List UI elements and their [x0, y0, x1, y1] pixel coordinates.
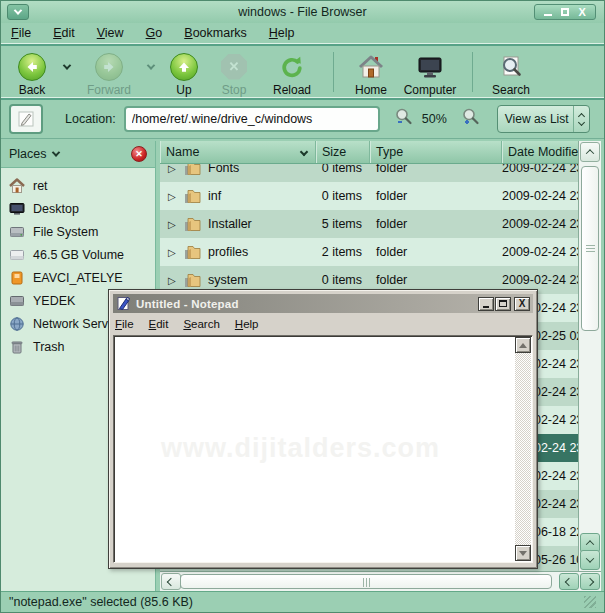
notepad-client-area: www.dijitalders.com	[113, 335, 533, 563]
trash-icon	[9, 339, 25, 355]
stop-button[interactable]: ✕ Stop	[207, 50, 261, 97]
chevron-down-icon	[63, 61, 71, 69]
close-sidebar-button[interactable]: ✕	[131, 146, 147, 162]
menu-help[interactable]: Help	[269, 26, 295, 40]
window-controls: X	[534, 4, 596, 20]
forward-icon	[95, 53, 123, 81]
toolbar: Back Forward Up ✕ Stop	[1, 47, 604, 97]
back-history-dropdown[interactable]	[57, 50, 77, 70]
reload-button[interactable]: Reload	[261, 50, 323, 97]
sidebar-item-volume[interactable]: 46.5 GB Volume	[1, 243, 155, 266]
search-button[interactable]: Search	[483, 50, 539, 97]
thumb-grip	[363, 578, 371, 587]
notepad-text-area[interactable]: www.dijitalders.com	[115, 337, 515, 561]
notepad-maximize-button[interactable]	[495, 297, 511, 311]
menu-go[interactable]: Go	[146, 26, 163, 40]
notepad-scroll-up-button[interactable]	[515, 337, 531, 353]
computer-button[interactable]: Computer	[398, 50, 462, 97]
column-name[interactable]: Name	[160, 141, 316, 163]
close-button[interactable]: X	[578, 7, 585, 18]
notepad-menu-help[interactable]: Help	[235, 318, 259, 330]
expander-icon[interactable]: ▷	[168, 164, 178, 174]
notepad-icon	[116, 296, 131, 311]
minimize-button[interactable]	[544, 14, 552, 16]
home-button[interactable]: Home	[344, 50, 398, 97]
expander-icon[interactable]: ▷	[168, 247, 178, 258]
sidebar-item-ret[interactable]: ret	[1, 174, 155, 197]
notepad-minimize-button[interactable]	[478, 297, 494, 311]
expander-icon[interactable]: ▷	[168, 191, 178, 202]
column-type[interactable]: Type	[370, 141, 502, 163]
menubar: File Edit View Go Bookmarks Help	[1, 23, 604, 43]
view-mode-select[interactable]: View as List	[497, 105, 590, 133]
horizontal-scroll-thumb[interactable]	[180, 574, 552, 589]
vertical-scroll-thumb[interactable]	[581, 166, 599, 331]
watermark: www.dijitalders.com	[161, 433, 440, 464]
sidebar-item-file-system[interactable]: File System	[1, 220, 155, 243]
titlebar: windows - File Browser X	[1, 1, 604, 23]
up-button[interactable]: Up	[161, 50, 207, 97]
back-icon	[18, 53, 46, 81]
list-column-headers: Name Size Type Date Modified	[160, 141, 578, 164]
expander-icon[interactable]: ▷	[168, 219, 178, 230]
edit-location-toggle[interactable]	[9, 104, 43, 134]
table-row[interactable]: ▷ Installer 5 items folder 2009-02-24 23…	[160, 210, 578, 238]
computer-icon	[416, 51, 444, 82]
scroll-right-button[interactable]	[580, 573, 600, 590]
menu-view[interactable]: View	[97, 26, 124, 40]
sidebar-item-eavci-atelye[interactable]: EAVCI_ATELYE	[1, 266, 155, 289]
notepad-menu-search[interactable]: Search	[183, 318, 219, 330]
table-row[interactable]: ▷ profiles 2 items folder 2009-02-24 23:	[160, 238, 578, 266]
vertical-scrollbar[interactable]	[578, 141, 601, 571]
places-label: Places	[9, 147, 47, 161]
scroll-left-button-2[interactable]	[559, 573, 579, 590]
notepad-close-button[interactable]: X	[514, 297, 530, 311]
folder-icon	[184, 217, 202, 232]
desktop-icon	[9, 201, 25, 217]
drive-icon	[9, 224, 25, 240]
menu-bookmarks[interactable]: Bookmarks	[184, 26, 247, 40]
scroll-down-button[interactable]	[580, 550, 600, 570]
notepad-vertical-scrollbar[interactable]	[515, 337, 531, 561]
zoom-out-icon[interactable]	[394, 107, 414, 131]
notepad-menu-edit[interactable]: Edit	[149, 318, 169, 330]
location-input[interactable]	[124, 106, 380, 132]
notepad-scroll-down-button[interactable]	[515, 545, 531, 561]
location-label: Location:	[65, 112, 116, 126]
up-icon	[170, 53, 198, 81]
places-header[interactable]: Places ✕	[1, 141, 155, 168]
chevron-down-icon	[147, 61, 155, 69]
divider	[472, 52, 473, 92]
thumb-grip	[586, 245, 595, 253]
maximize-button[interactable]	[561, 8, 569, 16]
notepad-title: Untitled - Notepad	[136, 298, 477, 310]
menu-file[interactable]: File	[11, 26, 31, 40]
sidebar-item-label: Trash	[33, 340, 65, 354]
view-mode-value: View as List	[498, 112, 573, 126]
scroll-up-button[interactable]	[580, 142, 600, 162]
notepad-titlebar[interactable]: Untitled - Notepad X	[113, 294, 533, 313]
sidebar-item-label: EAVCI_ATELYE	[33, 271, 123, 285]
reload-icon	[279, 51, 305, 82]
sidebar-item-desktop[interactable]: Desktop	[1, 197, 155, 220]
resize-grip[interactable]	[584, 596, 596, 608]
column-date-modified[interactable]: Date Modified	[502, 141, 578, 163]
back-button[interactable]: Back	[7, 50, 57, 97]
usb-icon	[9, 270, 25, 286]
notepad-menu-file[interactable]: File	[115, 318, 134, 330]
home-icon	[358, 51, 384, 82]
divider	[1, 44, 604, 46]
status-text: "notepad.exe" selected (85.6 KB)	[9, 595, 193, 609]
forward-button[interactable]: Forward	[77, 50, 141, 97]
scroll-left-button[interactable]	[161, 573, 181, 590]
table-row[interactable]: ▷ Fonts 0 items folder 2009-02-24 23:	[160, 164, 578, 182]
horizontal-scrollbar[interactable]	[160, 571, 601, 591]
column-size[interactable]: Size	[316, 141, 370, 163]
forward-history-dropdown[interactable]	[141, 50, 161, 70]
zoom-in-icon[interactable]	[461, 107, 481, 131]
drive-icon	[9, 293, 25, 309]
menu-edit[interactable]: Edit	[53, 26, 75, 40]
divider	[333, 52, 334, 92]
table-row[interactable]: ▷ inf 0 items folder 2009-02-24 23:	[160, 182, 578, 210]
expander-icon[interactable]: ▷	[168, 275, 178, 286]
